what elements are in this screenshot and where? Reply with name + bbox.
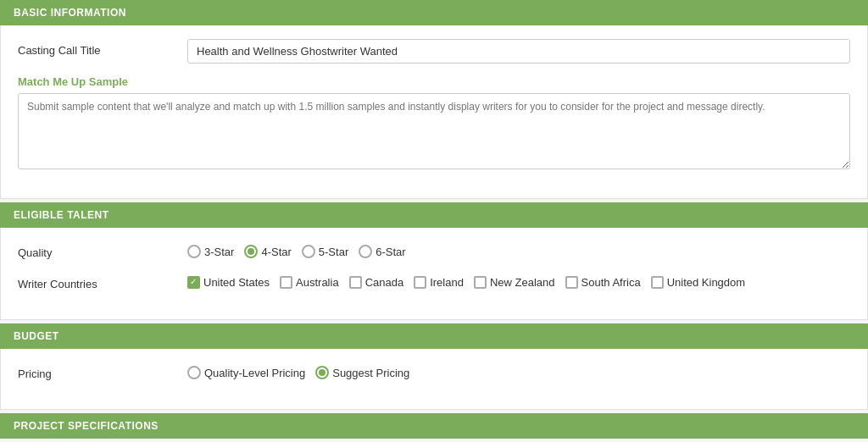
quality-3star[interactable]: 3-Star (187, 245, 234, 258)
writer-countries-group: United States Australia Canada Irel (187, 273, 850, 289)
quality-5star[interactable]: 5-Star (302, 245, 348, 258)
casting-call-title-input[interactable] (187, 39, 850, 64)
eligible-talent-header: ELIGIBLE TALENT (0, 202, 868, 228)
quality-4star[interactable]: 4-Star (244, 245, 291, 258)
quality-label: Quality (18, 241, 187, 259)
project-spec-header: PROJECT SPECIFICATIONS (0, 413, 868, 439)
quality-6star[interactable]: 6-Star (359, 245, 405, 258)
match-me-label: Match Me Up Sample (18, 75, 128, 88)
pricing-suggest[interactable]: Suggest Pricing (315, 366, 409, 379)
writer-countries-label: Writer Countries (18, 273, 187, 290)
budget-header: BUDGET (0, 323, 868, 349)
country-au[interactable]: Australia (280, 276, 339, 289)
country-uk[interactable]: United Kingdom (651, 276, 746, 289)
country-us[interactable]: United States (187, 276, 270, 289)
country-za[interactable]: South Africa (565, 276, 641, 289)
quality-radio-group: 3-Star 4-Star 5-Star 6-Star (187, 241, 850, 258)
country-ie[interactable]: Ireland (414, 276, 464, 289)
country-ca[interactable]: Canada (349, 276, 404, 289)
country-nz[interactable]: New Zealand (474, 276, 555, 289)
casting-call-title-label: Casting Call Title (18, 39, 187, 57)
pricing-label: Pricing (18, 362, 187, 380)
pricing-radio-group: Quality-Level Pricing Suggest Pricing (187, 362, 850, 379)
basic-info-header: BASIC INFORMATION (0, 0, 868, 25)
match-me-textarea[interactable] (18, 93, 850, 169)
pricing-quality-level[interactable]: Quality-Level Pricing (187, 366, 305, 379)
